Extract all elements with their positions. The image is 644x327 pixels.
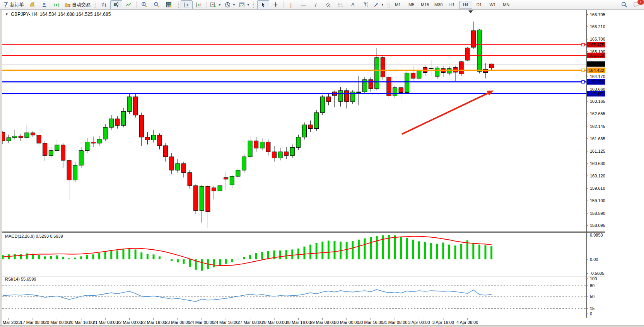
- svg-text:16 Mar 2023: 16 Mar 2023: [2, 320, 20, 325]
- svg-text:0.9853: 0.9853: [590, 233, 603, 237]
- clock-icon: [225, 2, 231, 8]
- svg-text:22 Mar 16:00: 22 Mar 16:00: [141, 320, 166, 325]
- chat-button[interactable]: 1: [630, 0, 642, 9]
- candlesticks-icon: [113, 2, 119, 8]
- horizontal-line-tool-button[interactable]: —: [297, 0, 309, 9]
- tab-timeframe-M1[interactable]: M1: [391, 1, 405, 9]
- svg-text:20 Mar 16:00: 20 Mar 16:00: [68, 320, 94, 325]
- add-indicator-button[interactable]: ▼: [208, 0, 223, 9]
- svg-text:24 Mar 16:00: 24 Mar 16:00: [214, 320, 239, 325]
- chart-window[interactable]: 166.705166.210165.700165.190164.170163.6…: [0, 10, 607, 325]
- svg-text:80: 80: [590, 283, 594, 288]
- trend-line-icon: /: [315, 2, 316, 7]
- crosshair-tool-button[interactable]: [270, 0, 282, 9]
- svg-text:0.00: 0.00: [590, 257, 598, 262]
- ohlc-bars-icon: [101, 2, 107, 8]
- signals-icon: [54, 2, 60, 8]
- channel-tool-button[interactable]: E: [322, 0, 334, 9]
- new-order-button[interactable]: 新订单: [2, 0, 26, 9]
- svg-text:17 Mar 08:00: 17 Mar 08:00: [20, 320, 46, 325]
- svg-text:24 Mar 00:00: 24 Mar 00:00: [189, 320, 214, 325]
- chevron-down-icon: ▼: [247, 3, 250, 7]
- tile-windows-button[interactable]: [163, 0, 175, 9]
- trend-arrow-annotation: [402, 92, 490, 134]
- svg-text:100: 100: [590, 276, 597, 281]
- tab-timeframe-H1[interactable]: H1: [446, 1, 459, 9]
- svg-text:164.170: 164.170: [590, 74, 605, 79]
- search-icon: [621, 2, 627, 8]
- chart-shift-button[interactable]: [193, 0, 205, 9]
- cursor-icon: [260, 2, 266, 8]
- tab-timeframe-M5[interactable]: M5: [405, 1, 418, 9]
- gold-account-button[interactable]: [26, 0, 38, 9]
- autotrade-button[interactable]: 自动交易: [63, 0, 92, 9]
- tab-timeframe-W1[interactable]: W1: [486, 1, 499, 9]
- svg-text:166.210: 166.210: [590, 24, 605, 29]
- svg-text:30 Mar 16:00: 30 Mar 16:00: [358, 320, 383, 325]
- tile-windows-icon: [166, 2, 172, 8]
- toolbar-separator: [283, 2, 284, 8]
- toolbar: 新订单 自动交易 ▼ ▼: [0, 0, 644, 10]
- accounts-icon: [41, 2, 47, 8]
- svg-text:160.120: 160.120: [590, 174, 605, 178]
- svg-text:161.635: 161.635: [590, 136, 605, 141]
- autotrade-icon: [65, 2, 71, 8]
- status-bar: [0, 325, 644, 327]
- signals-button[interactable]: [51, 0, 63, 9]
- svg-text:28 Mar 16:00: 28 Mar 16:00: [286, 320, 311, 325]
- zoom-in-button[interactable]: [138, 0, 150, 9]
- tab-timeframe-H4[interactable]: H4: [459, 1, 472, 9]
- svg-text:0: 0: [590, 312, 592, 316]
- svg-text:-0.5685: -0.5685: [590, 271, 604, 276]
- vertical-line-tool-button[interactable]: |: [285, 0, 297, 9]
- crosshair-icon: [273, 2, 278, 8]
- toolbar-grip: [94, 2, 96, 8]
- candlestick-mode-button[interactable]: [110, 0, 122, 9]
- svg-text:23 Mar 08:00: 23 Mar 08:00: [165, 320, 190, 325]
- new-order-icon: [3, 2, 9, 8]
- timeframe-switcher: M1M5M15M30H1H4D1W1MN: [391, 1, 513, 9]
- svg-text:164.432: 164.432: [589, 68, 604, 73]
- auto-scroll-button[interactable]: [181, 0, 193, 9]
- text-a-icon: A: [351, 2, 354, 7]
- template-icon: [239, 2, 245, 8]
- zoom-out-button[interactable]: [150, 0, 162, 9]
- svg-text:158.095: 158.095: [590, 223, 605, 228]
- svg-text:162.655: 162.655: [590, 111, 605, 116]
- bar-chart-mode-button[interactable]: [98, 0, 110, 9]
- equidistant-channel-icon: E: [325, 2, 331, 8]
- tab-timeframe-M30[interactable]: M30: [432, 1, 445, 9]
- svg-text:165.475: 165.475: [589, 43, 604, 47]
- auto-scroll-icon: [184, 2, 190, 8]
- toolbar-grip: [253, 2, 255, 8]
- svg-text:20 Mar 00:00: 20 Mar 00:00: [44, 320, 70, 325]
- templates-button[interactable]: ▼: [237, 0, 251, 9]
- arrows-tool-button[interactable]: ▼: [372, 0, 386, 9]
- cursor-tool-button[interactable]: [257, 0, 269, 9]
- add-indicator-icon: [210, 2, 216, 8]
- trendline-tool-button[interactable]: /: [310, 0, 322, 9]
- svg-text:161.125: 161.125: [590, 149, 605, 153]
- fibonacci-tool-button[interactable]: F: [335, 0, 347, 9]
- line-chart-mode-button[interactable]: [123, 0, 135, 9]
- text-tool-button[interactable]: A: [347, 0, 359, 9]
- tab-timeframe-M15[interactable]: M15: [419, 1, 432, 9]
- toolbar-separator: [136, 2, 137, 8]
- text-label-tool-button[interactable]: T: [359, 0, 371, 9]
- svg-text:50: 50: [590, 294, 594, 299]
- tab-timeframe-MN[interactable]: MN: [500, 1, 513, 9]
- svg-text:22 Mar 00:00: 22 Mar 00:00: [117, 320, 142, 325]
- svg-text:15: 15: [590, 306, 594, 311]
- search-button[interactable]: [618, 0, 630, 9]
- svg-text:3 Apr 00:00: 3 Apr 00:00: [408, 320, 430, 325]
- svg-text:163.165: 163.165: [590, 99, 605, 104]
- svg-text:166.705: 166.705: [590, 12, 605, 17]
- tab-timeframe-D1[interactable]: D1: [473, 1, 486, 9]
- chart-canvas[interactable]: 166.705166.210165.700165.190164.170163.6…: [2, 10, 606, 325]
- svg-text:159.610: 159.610: [590, 186, 605, 191]
- svg-text:28 Mar 00:00: 28 Mar 00:00: [262, 320, 287, 325]
- accounts-button[interactable]: [38, 0, 50, 9]
- periods-button[interactable]: ▼: [223, 0, 237, 9]
- svg-text:F: F: [342, 5, 343, 8]
- svg-text:162.145: 162.145: [590, 124, 605, 129]
